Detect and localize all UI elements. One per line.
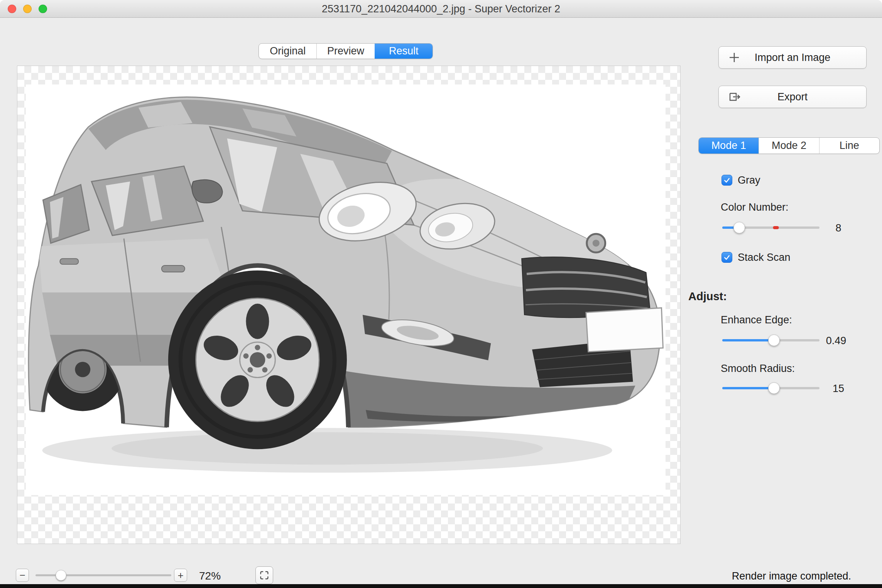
app-window: 2531170_221042044000_2.jpg - Super Vecto… — [0, 0, 882, 588]
plus-icon: + — [177, 570, 183, 580]
tab-preview[interactable]: Preview — [316, 44, 374, 59]
vectorized-car-image — [26, 84, 666, 495]
smooth-radius-value: 15 — [821, 383, 856, 395]
zoom-in-button[interactable]: + — [174, 569, 187, 582]
enhance-edge-label: Enhance Edge: — [721, 314, 792, 326]
enhance-edge-value: 0.49 — [819, 335, 853, 347]
stack-scan-checkbox[interactable] — [721, 252, 732, 263]
window-title: 2531170_221042044000_2.jpg - Super Vecto… — [0, 0, 882, 18]
color-number-slider[interactable] — [722, 222, 819, 233]
zoom-slider-thumb[interactable] — [56, 570, 66, 581]
minus-icon: − — [19, 570, 25, 580]
slider-thumb[interactable] — [768, 382, 780, 394]
color-number-value: 8 — [821, 222, 856, 234]
checkmark-icon — [723, 253, 731, 261]
canvas-area — [17, 66, 681, 544]
export-icon — [727, 90, 741, 104]
import-image-label: Import an Image — [755, 52, 831, 64]
import-image-button[interactable]: Import an Image — [718, 46, 867, 69]
view-tabs: Original Preview Result — [259, 43, 433, 59]
mode-tabs: Mode 1 Mode 2 Line — [698, 137, 880, 154]
enhance-edge-slider[interactable] — [722, 335, 819, 346]
plus-icon — [727, 51, 741, 64]
zoom-slider[interactable] — [35, 569, 171, 581]
slider-fill — [722, 387, 774, 389]
stack-scan-checkbox-label: Stack Scan — [738, 252, 791, 264]
tab-original[interactable]: Original — [259, 44, 316, 59]
slider-fill — [722, 339, 774, 341]
screen-bottom-edge — [0, 584, 882, 588]
render-status: Render image completed. — [732, 570, 851, 582]
checkmark-icon — [723, 176, 731, 184]
slider-thumb[interactable] — [733, 222, 745, 233]
tab-line[interactable]: Line — [819, 138, 879, 154]
title-bar: 2531170_221042044000_2.jpg - Super Vecto… — [0, 0, 882, 18]
smooth-radius-label: Smooth Radius: — [721, 363, 795, 375]
gray-checkbox[interactable] — [721, 175, 732, 186]
stack-scan-checkbox-row: Stack Scan — [721, 252, 791, 263]
fit-to-screen-button[interactable] — [255, 566, 273, 584]
zoom-level: 72% — [199, 570, 238, 582]
export-label: Export — [777, 91, 808, 103]
tab-mode-1[interactable]: Mode 1 — [699, 138, 759, 154]
tab-result[interactable]: Result — [375, 44, 433, 59]
adjust-heading: Adjust: — [688, 290, 727, 303]
color-number-label: Color Number: — [721, 201, 789, 213]
tab-mode-2[interactable]: Mode 2 — [759, 138, 819, 154]
fit-screen-icon — [259, 569, 270, 581]
slider-red-marker — [773, 226, 779, 229]
slider-thumb[interactable] — [768, 335, 780, 346]
result-image-panel — [26, 84, 666, 495]
export-button[interactable]: Export — [718, 86, 867, 108]
gray-checkbox-label: Gray — [738, 174, 760, 186]
smooth-radius-slider[interactable] — [722, 382, 819, 394]
gray-checkbox-row: Gray — [721, 174, 760, 186]
zoom-out-button[interactable]: − — [16, 569, 29, 582]
